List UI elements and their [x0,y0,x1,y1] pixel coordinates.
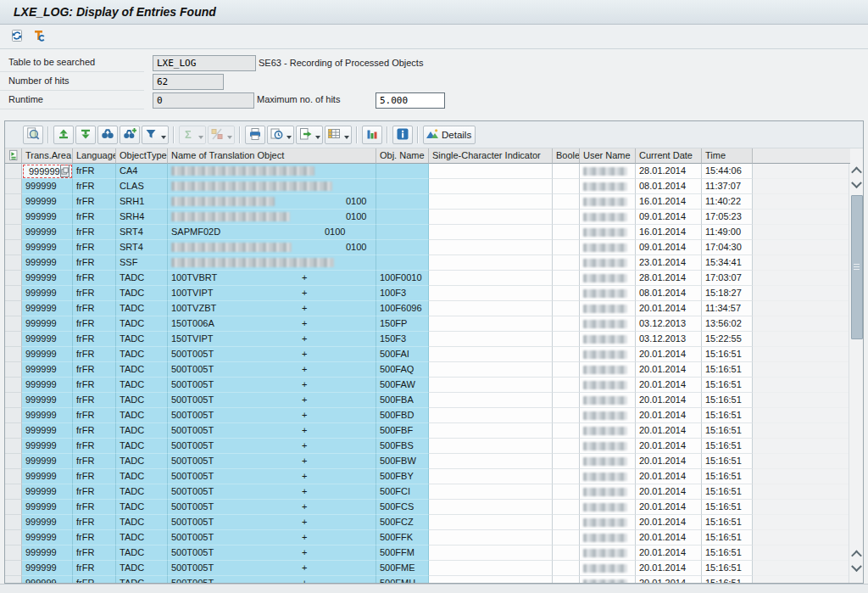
row-selector-cell[interactable] [5,515,22,530]
cell-current-date[interactable]: 20.01.2014 [636,484,702,500]
cell-boolean[interactable] [553,225,580,240]
cell-single-char-indicator[interactable] [429,454,553,469]
cell-user-name[interactable] [580,225,636,240]
row-selector-cell[interactable] [5,469,22,484]
cell-user-name[interactable] [580,362,636,378]
cell-trans-area[interactable]: 999999 [22,393,73,408]
cell-language[interactable]: frFR [73,545,116,561]
cell-language[interactable]: frFR [73,423,116,439]
cell-object-type[interactable]: SSF [116,255,168,271]
cell-single-char-indicator[interactable] [429,423,553,439]
row-selector-cell[interactable] [5,286,22,301]
cell-current-date[interactable]: 20.01.2014 [636,408,702,423]
cell-boolean[interactable] [553,210,580,225]
cell-translation-object[interactable]: 500T005T+ [168,408,376,423]
cell-time[interactable]: 15:16:51 [702,408,753,423]
cell-boolean[interactable] [553,301,580,316]
cell-obj-name[interactable] [376,194,429,210]
sort-descending-button[interactable] [75,126,96,144]
cell-boolean[interactable] [553,469,580,484]
cell-user-name[interactable] [580,576,636,583]
cell-boolean[interactable] [553,576,580,583]
cell-obj-name[interactable] [376,255,429,271]
cell-current-date[interactable]: 09.01.2014 [636,210,702,225]
row-selector-cell[interactable] [5,393,22,408]
cell-trans-area[interactable]: 999999 [22,286,73,301]
cell-user-name[interactable] [580,286,636,301]
cell-trans-area[interactable]: 999999 [22,408,73,423]
cell-translation-object[interactable]: 0100 [168,240,376,255]
cell-translation-object[interactable] [168,255,376,271]
cell-user-name[interactable] [580,347,636,362]
cell-user-name[interactable] [580,439,636,454]
cell-single-char-indicator[interactable] [429,164,553,179]
choose-detail-button[interactable] [23,126,43,144]
row-selector-cell[interactable] [5,561,22,576]
cell-single-char-indicator[interactable] [429,286,553,301]
row-selector-cell[interactable] [5,408,22,423]
cell-obj-name[interactable]: 500FBW [376,454,429,469]
cell-translation-object[interactable]: 150T006A+ [168,316,376,332]
cell-trans-area[interactable]: 999999 [22,439,73,454]
cell-translation-object[interactable]: 100TVZBT+ [168,301,376,316]
cell-trans-area[interactable]: 999999 [22,164,73,179]
cell-time[interactable]: 15:16:51 [702,439,753,454]
cell-trans-area[interactable]: 999999 [22,423,73,439]
column-header-current-date[interactable]: Current Date [636,148,702,164]
cell-obj-name[interactable]: 500FAQ [376,362,429,378]
cell-current-date[interactable]: 20.01.2014 [636,301,702,316]
cell-time[interactable]: 11:37:07 [702,179,753,194]
cell-time[interactable]: 15:16:51 [702,484,753,500]
cell-single-char-indicator[interactable] [429,408,553,423]
cell-time[interactable]: 15:16:51 [702,378,753,393]
scroll-up-button[interactable] [849,164,864,178]
cell-translation-object[interactable]: 500T005T+ [168,545,376,561]
row-selector-cell[interactable] [5,194,22,210]
cell-obj-name[interactable]: 150FP [376,316,429,332]
cell-trans-area[interactable]: 999999 [22,515,73,530]
cell-object-type[interactable]: TADC [116,545,168,561]
cell-obj-name[interactable] [376,225,429,240]
cell-object-type[interactable]: TADC [116,271,168,286]
column-header-selector[interactable] [5,148,22,164]
export-button[interactable] [296,126,323,144]
cell-translation-object[interactable]: 100TVBRT+ [168,271,376,286]
cell-user-name[interactable] [580,515,636,530]
views-button[interactable] [267,126,294,144]
cell-user-name[interactable] [580,240,636,255]
cell-trans-area[interactable]: 999999 [22,255,73,271]
cell-obj-name[interactable]: 500FAW [376,378,429,393]
information-button[interactable] [392,126,413,144]
cell-obj-name[interactable] [376,164,429,179]
cell-object-type[interactable]: TADC [116,378,168,393]
row-selector-cell[interactable] [5,423,22,439]
cell-language[interactable]: frFR [73,469,116,484]
cell-obj-name[interactable]: 100F3 [376,286,429,301]
cell-time[interactable]: 15:44:06 [702,164,753,179]
cell-obj-name[interactable]: 500FFK [376,530,429,545]
cell-boolean[interactable] [553,545,580,561]
cell-single-char-indicator[interactable] [429,545,553,561]
column-header-boolean[interactable]: Boolean [553,148,580,164]
cell-language[interactable]: frFR [73,530,116,545]
cell-translation-object[interactable] [168,179,376,194]
cell-language[interactable]: frFR [73,408,116,423]
cell-current-date[interactable]: 20.01.2014 [636,362,702,378]
row-selector-cell[interactable] [5,271,22,286]
cell-user-name[interactable] [580,469,636,484]
cell-language[interactable]: frFR [73,484,116,500]
print-button[interactable] [245,126,265,144]
cell-trans-area[interactable]: 999999 [22,240,73,255]
value-help-button[interactable] [60,165,70,177]
cell-current-date[interactable]: 20.01.2014 [636,423,702,439]
row-selector-cell[interactable] [5,332,22,347]
cell-single-char-indicator[interactable] [429,332,553,347]
cell-language[interactable]: frFR [73,439,116,454]
row-selector-cell[interactable] [5,378,22,393]
table-searched-field[interactable] [153,55,256,71]
cell-language[interactable]: frFR [73,210,116,225]
cell-current-date[interactable]: 20.01.2014 [636,561,702,576]
cell-translation-object[interactable]: 100TVIPT+ [168,286,376,301]
cell-object-type[interactable]: TADC [116,362,168,378]
cell-current-date[interactable]: 20.01.2014 [636,454,702,469]
